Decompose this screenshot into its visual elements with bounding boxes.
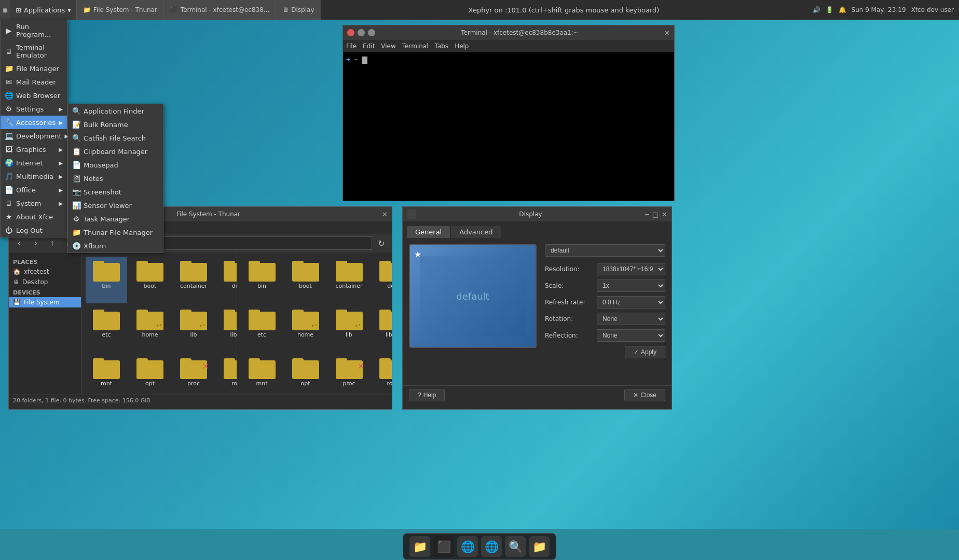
dock-browser-button[interactable]: 🌐: [457, 536, 478, 557]
monitor-select[interactable]: default: [545, 244, 665, 257]
menu-mail-reader[interactable]: ✉ Mail Reader: [1, 75, 67, 89]
notification-icon[interactable]: 🔔: [839, 6, 846, 13]
dock-files-button[interactable]: 📁: [409, 536, 430, 557]
submenu-notes[interactable]: 📓 Notes: [68, 172, 163, 185]
menu-file-manager[interactable]: 📁 File Manager: [1, 62, 67, 75]
file-root[interactable]: ✕ root: [216, 354, 237, 395]
menu-office[interactable]: 📄 Office ▶: [1, 183, 67, 197]
file-root-r[interactable]: ✕ root: [372, 354, 392, 395]
menu-system[interactable]: 🖥 System ▶: [1, 197, 67, 210]
rotation-select[interactable]: None: [597, 313, 665, 325]
file-lib[interactable]: lib: [173, 305, 214, 352]
menu-help[interactable]: Help: [455, 43, 469, 50]
back-button[interactable]: ‹: [12, 236, 26, 250]
file-mnt[interactable]: mnt: [86, 354, 127, 395]
file-home-r[interactable]: home: [285, 305, 326, 352]
file-etc-r[interactable]: etc: [241, 305, 283, 352]
file-lib-r[interactable]: lib: [328, 305, 370, 352]
mousepad-icon: 📄: [72, 161, 80, 169]
menu-file[interactable]: File: [346, 43, 357, 50]
dock-search-button[interactable]: 🔍: [505, 536, 526, 557]
submenu-app-finder[interactable]: 🔍 Application Finder: [68, 104, 163, 118]
file-bin[interactable]: bin: [86, 257, 127, 303]
menu-internet[interactable]: 🌍 Internet ▶: [1, 156, 67, 170]
thunar-taskbar-button[interactable]: 📁 File System - Thunar: [76, 0, 163, 20]
applications-menu-button[interactable]: ⊞ Applications ▾: [10, 0, 76, 20]
menu-graphics[interactable]: 🖼 Graphics ▶: [1, 143, 67, 156]
refresh-select[interactable]: 0.0 Hz: [597, 296, 665, 309]
menu-run-program[interactable]: ▶ Run Program...: [1, 20, 67, 41]
menu-web-browser[interactable]: 🌐 Web Browser: [1, 89, 67, 102]
menu-settings[interactable]: ⚙ Settings ▶: [1, 102, 67, 116]
display-app-icon: [407, 209, 416, 219]
terminal-taskbar-button[interactable]: ⬛ Terminal - xfcetest@ec838...: [163, 0, 276, 20]
office-arrow: ▶: [59, 187, 63, 193]
sidebar-desktop[interactable]: 🖥 Desktop: [9, 277, 81, 287]
display-max-btn[interactable]: □: [652, 211, 659, 218]
terminal-close-icon[interactable]: ✕: [664, 29, 670, 37]
menu-view[interactable]: View: [381, 43, 395, 50]
forward-button[interactable]: ›: [29, 236, 43, 250]
submenu-task-manager[interactable]: ⚙ Task Manager: [68, 212, 163, 226]
file-opt[interactable]: opt: [129, 354, 171, 395]
submenu-thunar-file-manager[interactable]: 📁 Thunar File Manager: [68, 226, 163, 239]
menu-terminal[interactable]: Terminal: [402, 43, 429, 50]
file-container-r[interactable]: container: [328, 257, 370, 303]
tab-advanced[interactable]: Advanced: [451, 226, 501, 238]
refresh-button[interactable]: ↻: [374, 236, 389, 250]
menu-edit[interactable]: Edit: [363, 43, 375, 50]
dock-filemanager2-button[interactable]: 📁: [529, 536, 550, 557]
accessories-arrow: ▶: [59, 120, 63, 125]
submenu-sensor-viewer[interactable]: 📊 Sensor Viewer: [68, 199, 163, 212]
file-container[interactable]: container: [173, 257, 214, 303]
display-taskbar-button[interactable]: 🖥 Display: [276, 0, 320, 20]
file-lib64-r[interactable]: lib64: [372, 305, 392, 352]
file-home[interactable]: home: [129, 305, 171, 352]
file-proc-r[interactable]: ✕ proc: [328, 354, 370, 395]
submenu-mousepad[interactable]: 📄 Mousepad: [68, 158, 163, 172]
tab-general[interactable]: General: [407, 226, 450, 238]
file-proc[interactable]: ✕ proc: [173, 354, 214, 395]
terminal-minimize-button[interactable]: [358, 29, 365, 36]
file-boot[interactable]: boot: [129, 257, 171, 303]
terminal-maximize-button[interactable]: [368, 29, 375, 36]
display-min-btn[interactable]: ─: [645, 211, 649, 218]
file-dev-r[interactable]: dev: [372, 257, 392, 303]
dock-terminal-button[interactable]: ⬛: [433, 536, 454, 557]
submenu-catfish[interactable]: 🔍 Catfish File Search: [68, 131, 163, 145]
menu-about-xfce[interactable]: ★ About Xfce: [1, 210, 67, 223]
up-button[interactable]: ↑: [45, 236, 60, 250]
submenu-screenshot[interactable]: 📷 Screenshot: [68, 185, 163, 199]
sidebar-filesystem[interactable]: 💾 File System: [9, 297, 81, 307]
terminal-body[interactable]: ➜ ~: [343, 52, 674, 201]
submenu-xfburn[interactable]: 💿 Xfburn: [68, 239, 163, 253]
close-button[interactable]: ✕ Close: [624, 389, 665, 401]
file-etc[interactable]: etc: [86, 305, 127, 352]
reflection-select[interactable]: None: [597, 329, 665, 342]
settings-menu-icon: ⚙: [5, 105, 13, 113]
submenu-bulk-rename[interactable]: 📝 Bulk Rename: [68, 118, 163, 131]
thunar-close-icon[interactable]: ✕: [382, 211, 388, 218]
apply-button[interactable]: ✓ Apply: [625, 346, 665, 358]
speaker-icon[interactable]: 🔊: [813, 6, 820, 13]
file-dev[interactable]: dev: [216, 257, 237, 303]
menu-tabs[interactable]: Tabs: [435, 43, 449, 50]
sidebar-home[interactable]: 🏠 xfcetest: [9, 267, 81, 277]
menu-accessories[interactable]: 🔧 Accessories ▶: [1, 116, 67, 129]
file-bin-r[interactable]: bin: [241, 257, 283, 303]
scale-select[interactable]: 1x: [597, 279, 665, 292]
display-close-btn[interactable]: ✕: [662, 211, 667, 218]
menu-terminal[interactable]: 🖥 Terminal Emulator: [1, 41, 67, 62]
terminal-close-button[interactable]: [347, 29, 354, 36]
menu-development[interactable]: 💻 Development ▶: [1, 129, 67, 143]
file-lib64[interactable]: lib64: [216, 305, 237, 352]
submenu-clipboard[interactable]: 📋 Clipboard Manager: [68, 145, 163, 158]
menu-log-out[interactable]: ⏻ Log Out: [1, 223, 67, 237]
file-boot-r[interactable]: boot: [285, 257, 326, 303]
resolution-select[interactable]: 1838x1047* ≈16:9: [597, 263, 665, 275]
menu-multimedia[interactable]: 🎵 Multimedia ▶: [1, 170, 67, 183]
dock-network-button[interactable]: 🌐: [481, 536, 502, 557]
file-opt-r[interactable]: opt: [285, 354, 326, 395]
file-mnt-r[interactable]: mnt: [241, 354, 283, 395]
help-button[interactable]: ? Help: [409, 389, 445, 401]
